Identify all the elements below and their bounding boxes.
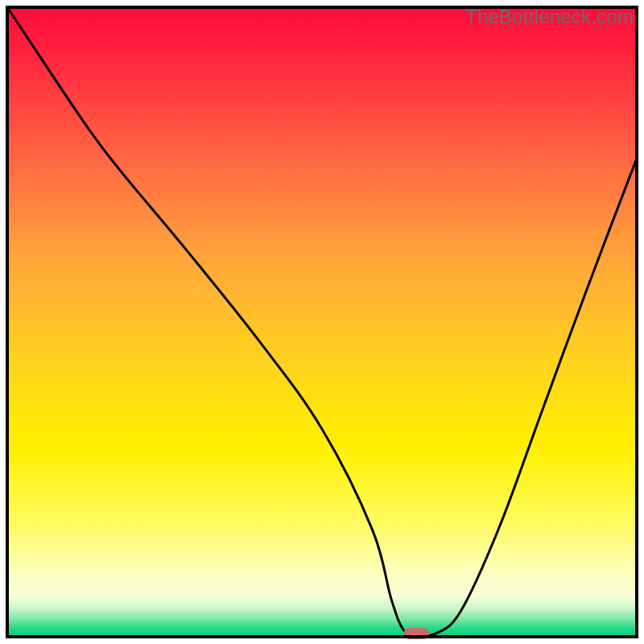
svg-rect-0 (7, 7, 637, 637)
watermark-label: TheBottleneck.com (465, 6, 634, 28)
bottleneck-chart (4, 4, 640, 640)
chart-frame: TheBottleneck.com (4, 4, 640, 640)
